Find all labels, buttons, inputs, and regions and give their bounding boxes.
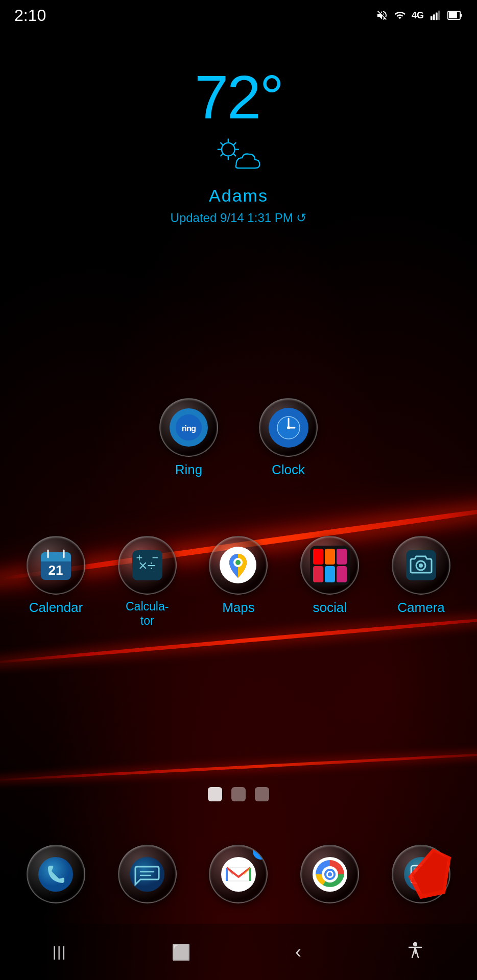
status-bar: 2:10 4G (0, 0, 477, 31)
4g-icon: 4G (412, 10, 424, 21)
gmail-badge: 1 (253, 845, 268, 860)
app-calculator[interactable]: ×÷ + − Calcula-tor (118, 536, 177, 628)
svg-rect-25 (41, 557, 71, 561)
calculator-icon: ×÷ + − (118, 536, 177, 595)
page-indicators (0, 787, 477, 801)
page-dot-3[interactable] (255, 787, 269, 801)
status-time: 2:10 (14, 6, 46, 25)
wifi-icon (393, 10, 407, 21)
svg-point-38 (419, 564, 423, 568)
recent-apps-button[interactable]: ||| (53, 944, 67, 960)
svg-point-22 (287, 426, 290, 429)
app-calendar[interactable]: 21 Calendar (27, 536, 85, 628)
gmail-icon: 1 (209, 845, 268, 903)
app-row-mid: 21 Calendar ×÷ + − Calcula-tor (0, 536, 477, 628)
svg-text:21: 21 (48, 562, 63, 578)
maps-icon (209, 536, 268, 595)
chrome-icon (300, 845, 359, 903)
calculator-label: Calcula-tor (126, 600, 169, 628)
svg-line-15 (221, 154, 223, 156)
messages-icon (118, 845, 177, 903)
temperature-display: 72° (195, 66, 282, 128)
home-button[interactable]: ⬜ (172, 943, 190, 961)
svg-line-13 (234, 154, 236, 156)
nav-bar: ||| ⬜ ‹ (0, 924, 477, 980)
svg-rect-0 (431, 16, 433, 20)
clock-icon (259, 398, 318, 457)
back-button[interactable]: ‹ (295, 941, 301, 963)
dock-phone[interactable] (27, 845, 85, 903)
calendar-icon: 21 (27, 536, 85, 595)
social-label: social (313, 600, 347, 616)
camera-icon (392, 536, 450, 595)
camera-label: Camera (397, 600, 444, 616)
svg-point-7 (222, 143, 235, 156)
svg-point-49 (328, 872, 332, 876)
weather-updated: Updated 9/14 1:31 PM ↺ (171, 211, 307, 225)
clock-label: Clock (272, 462, 305, 478)
battery-icon (447, 10, 463, 21)
svg-text:−: − (152, 551, 158, 564)
svg-rect-1 (433, 14, 435, 20)
svg-rect-2 (436, 13, 438, 20)
dock-messages[interactable] (118, 845, 177, 903)
weather-location: Adams (209, 186, 268, 206)
svg-text:+: + (136, 551, 142, 564)
svg-line-12 (221, 143, 223, 145)
page-dot-2[interactable] (231, 787, 246, 801)
svg-rect-6 (460, 14, 462, 17)
arrow-indicator (400, 845, 462, 909)
ring-icon: ring (159, 398, 218, 457)
ring-label: Ring (175, 462, 202, 478)
svg-rect-3 (438, 11, 440, 20)
app-ring[interactable]: ring Ring (159, 398, 218, 478)
page-dot-1[interactable] (208, 787, 222, 801)
svg-point-35 (235, 560, 241, 565)
maps-label: Maps (222, 600, 255, 616)
accessibility-button[interactable] (406, 941, 424, 963)
status-icons: 4G (376, 9, 463, 21)
app-maps[interactable]: Maps (209, 536, 268, 628)
weather-widget[interactable]: 72° Adams Updated 9/14 1:31 PM ↺ (0, 66, 477, 225)
svg-text:ring: ring (182, 424, 196, 433)
phone-icon (27, 845, 85, 903)
svg-line-14 (234, 143, 236, 145)
calendar-label: Calendar (29, 600, 83, 616)
svg-rect-5 (449, 12, 457, 18)
dock-gmail[interactable]: 1 (209, 845, 268, 903)
dock-chrome[interactable] (300, 845, 359, 903)
app-camera[interactable]: Camera (392, 536, 450, 628)
weather-icon (210, 133, 267, 176)
signal-icon (429, 10, 442, 21)
app-row-top: ring Ring Clock (0, 398, 477, 478)
app-social[interactable]: social (300, 536, 359, 628)
app-clock[interactable]: Clock (259, 398, 318, 478)
mute-icon (376, 9, 388, 21)
social-icon (300, 536, 359, 595)
svg-point-39 (38, 857, 73, 892)
svg-point-56 (413, 942, 417, 946)
